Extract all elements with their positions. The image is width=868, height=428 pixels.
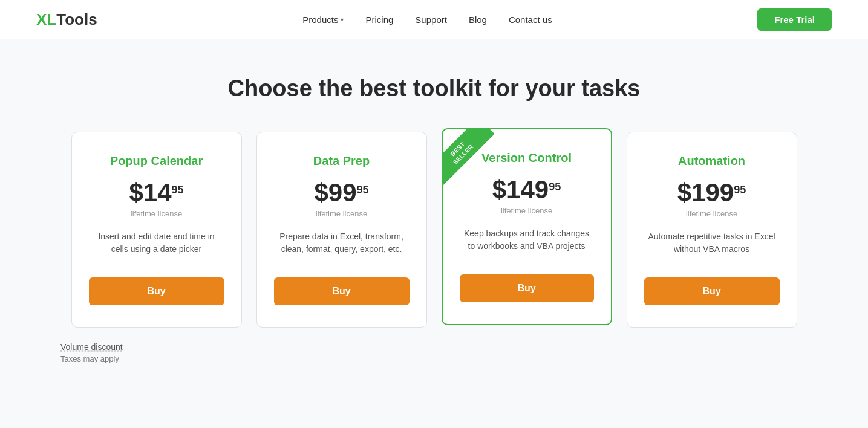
card-title: Popup Calendar [110,154,203,168]
price-wrap: $199 95 [677,180,746,206]
price-wrap: $149 95 [492,177,561,203]
nav-support[interactable]: Support [415,15,447,25]
page-heading: Choose the best toolkit for your tasks [228,76,641,102]
price-label: lifetime license [131,209,182,218]
price-wrap: $99 95 [314,180,368,206]
logo-xl: XL [36,10,56,29]
price-cents: 95 [734,184,746,196]
price-main: $199 [677,180,734,206]
card-description: Automate repetitive tasks in Excel witho… [644,230,780,261]
taxes-note: Taxes may apply [60,354,123,363]
card-data-prep: Data Prep $99 95 lifetime license Prepar… [256,132,427,328]
card-title: Automation [678,154,745,168]
price-main: $149 [492,177,549,203]
volume-discount-link[interactable]: Volume discount [60,342,123,352]
buy-button-version-control[interactable]: Buy [460,274,594,302]
price-main: $14 [129,180,171,206]
card-description: Prepare data in Excel, transform, clean,… [274,230,410,261]
logo[interactable]: XLTools [36,10,97,29]
buy-button-data-prep[interactable]: Buy [274,277,410,305]
buy-button-automation[interactable]: Buy [644,277,780,305]
price-main: $99 [314,180,356,206]
logo-tools: Tools [56,10,97,29]
price-cents: 95 [172,184,184,196]
price-label: lifetime license [316,209,367,218]
nav-blog[interactable]: Blog [469,15,487,25]
card-automation: Automation $199 95 lifetime license Auto… [627,132,797,328]
nav-contact[interactable]: Contact us [509,15,552,25]
nav-links: Products ▾ Pricing Support Blog Contact … [302,15,552,25]
price-label: lifetime license [686,209,737,218]
card-popup-calendar: Popup Calendar $14 95 lifetime license I… [71,132,242,328]
card-description: Keep backups and track changes to workbo… [460,227,594,258]
free-trial-button[interactable]: Free Trial [757,8,832,31]
chevron-down-icon: ▾ [341,16,344,23]
nav-pricing[interactable]: Pricing [365,15,393,25]
price-cents: 95 [357,184,369,196]
price-wrap: $14 95 [129,180,183,206]
pricing-cards: Popup Calendar $14 95 lifetime license I… [71,132,797,328]
buy-button-popup-calendar[interactable]: Buy [89,277,224,305]
nav-products[interactable]: Products ▾ [302,15,344,25]
footer-notes: Volume discount Taxes may apply [24,342,123,363]
price-label: lifetime license [501,206,552,215]
card-title: Data Prep [313,154,370,168]
card-title: Version Control [481,151,572,165]
card-description: Insert and edit date and time in cells u… [89,230,224,261]
card-version-control: BESTSELLER Version Control $149 95 lifet… [442,128,612,325]
price-cents: 95 [549,181,561,193]
